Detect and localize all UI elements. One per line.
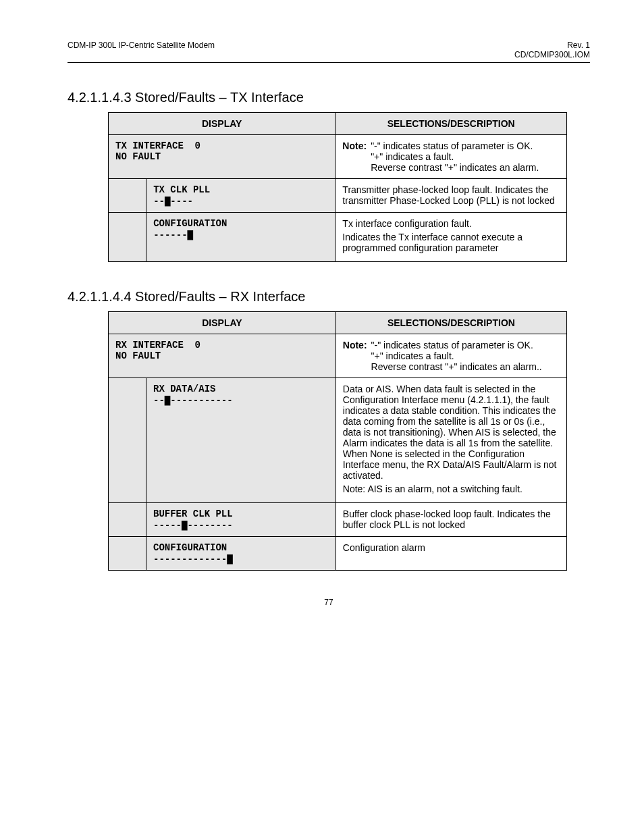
display-rx-data-ais: RX DATA/AIS --▇----------- [146,378,336,503]
indent [109,378,146,503]
desc-rx-config: Configuration alarm [336,537,566,571]
header-right: Rev. 1 CD/CDMIP300L.IOM [514,41,590,59]
desc-rx-data-ais: Data or AIS. When data fault is selected… [336,378,566,503]
display-main-tx: TX INTERFACE 0 NO FAULT [109,135,336,179]
display-buffer-clk-pll: BUFFER CLK PLL -----▇-------- [146,503,336,537]
indent [109,503,146,537]
desc-tx-config: Tx interface configuration fault. Indica… [336,213,567,262]
desc-note-rx: Note: "-" indicates status of parameter … [336,334,566,378]
indent [109,179,146,213]
th-display: DISPLAY [109,312,336,334]
desc-note-tx: Note: "-" indicates status of parameter … [336,135,567,179]
display-rx-config: CONFIGURATION -------------▇ [146,537,336,571]
page-header: CDM-IP 300L IP-Centric Satellite Modem R… [68,41,590,59]
th-desc: SELECTIONS/DESCRIPTION [336,113,567,135]
section-heading-rx: 4.2.1.1.4.4 Stored/Faults – RX Interface [68,289,590,305]
table-rx-interface: DISPLAY SELECTIONS/DESCRIPTION RX INTERF… [108,311,567,571]
header-left: CDM-IP 300L IP-Centric Satellite Modem [68,41,215,59]
th-desc: SELECTIONS/DESCRIPTION [336,312,566,334]
display-tx-clk-pll: TX CLK PLL --▇---- [146,179,336,213]
section-heading-tx: 4.2.1.1.4.3 Stored/Faults – TX Interface [68,90,590,105]
table-tx-interface: DISPLAY SELECTIONS/DESCRIPTION TX INTERF… [108,112,567,262]
display-tx-config: CONFIGURATION ------▇ [146,213,336,262]
desc-buffer-clk-pll: Buffer clock phase-locked loop fault. In… [336,503,566,537]
header-rule [68,62,590,63]
indent [109,537,146,571]
indent [109,213,146,262]
desc-tx-clk-pll: Transmitter phase-locked loop fault. Ind… [336,179,567,213]
display-main-rx: RX INTERFACE 0 NO FAULT [109,334,336,378]
th-display: DISPLAY [109,113,336,135]
page-number: 77 [68,598,590,607]
